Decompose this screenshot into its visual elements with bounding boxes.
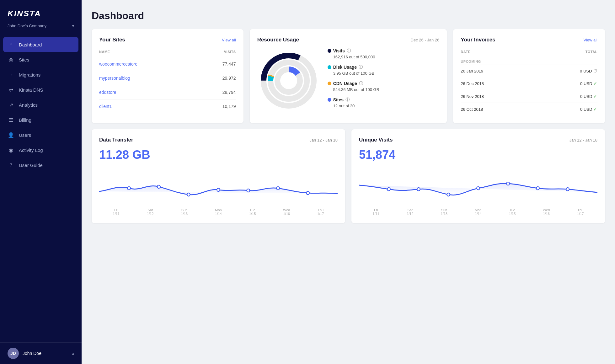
company-selector[interactable]: John Doe's Company ▾ [0,22,82,35]
analytics-icon: ↗ [8,101,14,108]
clock-icon: ⏱ [593,68,597,73]
xaxis-label: Wed 1/16 [529,208,564,216]
data-transfer-title: Data Transfer [99,137,133,143]
sidebar: KINSTA John Doe's Company ▾ ⌂Dashboard◎S… [0,0,82,364]
xaxis-label: Fri 1/11 [99,208,133,216]
svg-point-17 [477,187,480,190]
table-row: mypersonalblog 29,972 [99,71,236,85]
unique-visits-header: Unique Visits Jan 12 - Jan 18 [359,137,597,143]
site-name-cell[interactable]: eddstore [99,85,201,99]
svg-point-20 [566,188,569,191]
site-visits-cell: 77,447 [201,57,236,71]
main-content: Dashboard Your Sites View all NAME VISIT… [82,0,615,364]
sites-table: NAME VISITS woocommercestore 77,447 mype… [99,48,236,113]
resource-content: Visits ⓘ 162,916 out of 500,000 Disk Usa… [257,48,440,113]
site-name-cell[interactable]: client1 [99,99,201,114]
help-icon[interactable]: ⓘ [345,97,350,103]
invoices-view-all-link[interactable]: View all [583,38,597,42]
upcoming-label-row: UPCOMING [461,57,597,65]
resource-card-header: Resource Usage Dec 26 - Jan 26 [257,37,440,43]
sidebar-item-users[interactable]: 👤Users [0,127,82,142]
user-guide-icon: ? [8,162,14,169]
sidebar-item-migrations[interactable]: →Migrations [0,67,82,82]
xaxis-label: Sun 1/13 [427,208,461,216]
site-name-cell[interactable]: woocommercestore [99,57,201,71]
xaxis-label: Thu 1/17 [563,208,597,216]
help-icon[interactable]: ⓘ [359,64,363,70]
sidebar-item-dashboard[interactable]: ⌂Dashboard [3,37,78,52]
xaxis-label: Thu 1/17 [303,208,338,216]
data-transfer-value: 11.28 GB [99,148,338,162]
svg-point-8 [157,185,160,188]
sites-col-name: NAME [99,48,201,57]
sidebar-label-billing: Billing [19,117,31,123]
xaxis-label: Wed 1/16 [270,208,304,216]
billing-icon: ☰ [8,116,14,123]
svg-point-16 [447,193,450,196]
data-transfer-header: Data Transfer Jan 12 - Jan 18 [99,137,338,143]
upcoming-label: UPCOMING [461,57,597,65]
xaxis-label: Tue 1/15 [235,208,270,216]
help-icon[interactable]: ⓘ [347,48,351,54]
logo-area: KINSTA [0,0,82,22]
check-icon: ✓ [593,81,597,86]
sidebar-item-kinsta-dns[interactable]: ⇄Kinsta DNS [0,82,82,97]
invoice-date: 26 Oct 2018 [461,103,538,116]
invoices-card-header: Your Invoices View all [461,37,597,43]
sidebar-item-sites[interactable]: ◎Sites [0,52,82,67]
svg-point-12 [276,187,280,190]
activity-log-icon: ◉ [8,147,14,153]
legend-item: Sites ⓘ 12 out of 30 [328,97,440,108]
unique-visits-date: Jan 12 - Jan 18 [569,138,597,142]
legend-dot [328,49,331,53]
sites-col-visits: VISITS [201,48,236,57]
table-row: woocommercestore 77,447 [99,57,236,71]
users-icon: 👤 [8,131,14,138]
sites-card-title: Your Sites [99,37,125,43]
sidebar-item-analytics[interactable]: ↗Analytics [0,97,82,112]
site-visits-cell: 10,179 [201,99,236,114]
xaxis-label: Sat 1/12 [133,208,168,216]
sites-card-header: Your Sites View all [99,37,236,43]
legend-item: Disk Usage ⓘ 3.95 GB out of 100 GB [328,64,440,76]
avatar-initials: JD [10,351,16,356]
unique-visits-value: 51,874 [359,148,597,162]
legend-value: 3.95 GB out of 100 GB [333,71,440,76]
sidebar-label-users: Users [19,132,31,138]
sidebar-item-activity-log[interactable]: ◉Activity Log [0,142,82,158]
sidebar-label-analytics: Analytics [19,102,38,108]
help-icon[interactable]: ⓘ [359,81,363,86]
data-transfer-svg [99,168,338,206]
site-visits-cell: 29,972 [201,71,236,85]
dashboard-icon: ⌂ [8,41,14,48]
kinsta-logo: KINSTA [8,9,74,19]
legend-value: 12 out of 30 [333,104,440,108]
sidebar-label-sites: Sites [19,57,29,62]
svg-point-18 [506,182,510,185]
bottom-cards: Data Transfer Jan 12 - Jan 18 11.28 GB [92,129,605,223]
xaxis-label: Mon 1/14 [461,208,495,216]
sidebar-item-billing[interactable]: ☰Billing [0,112,82,127]
svg-point-10 [217,188,220,191]
sidebar-label-activity-log: Activity Log [19,147,43,153]
invoices-card: Your Invoices View all DATE TOTAL UPCOMI… [453,29,605,123]
invoice-total: 0 USD ⏱ [538,65,597,77]
xaxis-label: Mon 1/14 [201,208,236,216]
list-item: 26 Jan 2019 0 USD ⏱ [461,65,597,77]
your-sites-card: Your Sites View all NAME VISITS woocomme… [92,29,243,123]
sidebar-label-user-guide: User Guide [19,163,43,168]
legend-dot [328,82,331,85]
sidebar-nav: ⌂Dashboard◎Sites→Migrations⇄Kinsta DNS↗A… [0,35,82,342]
kinsta-dns-icon: ⇄ [8,86,14,93]
sites-view-all-link[interactable]: View all [222,38,236,42]
data-transfer-xaxis: Fri 1/11Sat 1/12Sun 1/13Mon 1/14Tue 1/15… [99,208,338,216]
resource-date-range: Dec 26 - Jan 26 [411,38,440,42]
invoice-total: 0 USD ✓ [538,90,597,103]
donut-svg [257,49,320,112]
sidebar-item-user-guide[interactable]: ?User Guide [0,158,82,173]
site-name-cell[interactable]: mypersonalblog [99,71,201,85]
check-icon: ✓ [593,94,597,99]
svg-point-11 [247,189,250,192]
user-profile[interactable]: JD John Doe ▴ [0,342,82,364]
legend-value: 544.36 MB out of 100 GB [333,87,440,92]
